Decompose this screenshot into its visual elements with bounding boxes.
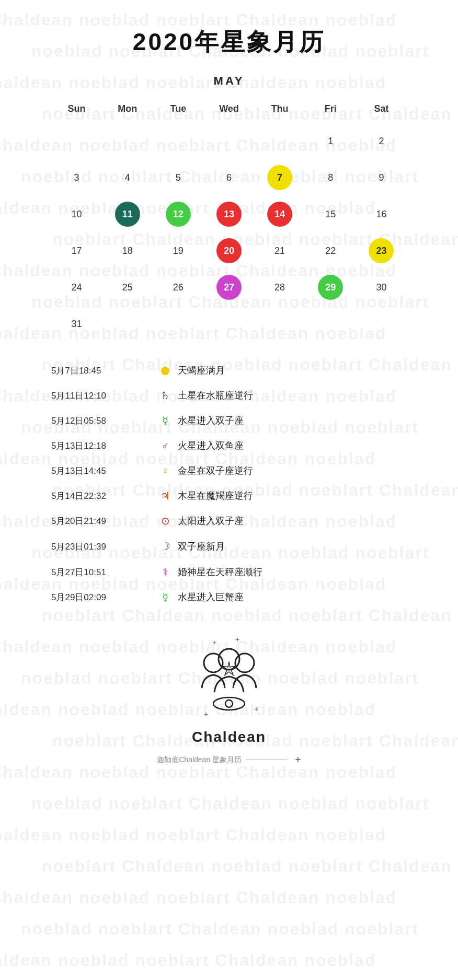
event-date: 5月7日18:45	[51, 365, 156, 377]
calendar-day-highlighted: 7	[267, 165, 292, 190]
day-cell: 27	[203, 269, 254, 306]
logo-section: + + + + Chaldean 迦勒底Chaldean 星象月历 +	[157, 631, 301, 766]
day-cell: 26	[153, 269, 203, 306]
event-date: 5月20日21:49	[51, 515, 156, 527]
logo-name: Chaldean	[192, 729, 266, 745]
day-cell: 28	[255, 269, 305, 306]
calendar-day: 15	[318, 202, 343, 227]
event-row: 5月29日02:09☿水星进入巨蟹座	[51, 585, 407, 610]
calendar-header-mon: Mon	[102, 98, 153, 123]
calendar-day-highlighted: 27	[216, 275, 242, 300]
calendar-day: 4	[115, 165, 140, 190]
event-date: 5月12日05:58	[51, 415, 156, 427]
calendar-header-tue: Tue	[153, 98, 203, 123]
calendar-day: 21	[267, 238, 292, 263]
footer-cross-icon: +	[295, 754, 301, 766]
calendar-day-highlighted: 11	[115, 202, 140, 227]
event-icon: ♀	[156, 465, 175, 477]
footer-line: 迦勒底Chaldean 星象月历 +	[157, 754, 301, 766]
day-cell: 13	[203, 196, 254, 232]
calendar-day: 6	[216, 165, 242, 190]
calendar-day-highlighted: 23	[369, 238, 394, 263]
event-row: 5月13日14:45♀金星在双子座逆行	[51, 458, 407, 483]
day-cell: 30	[356, 269, 407, 306]
month-label: MAY	[214, 74, 245, 88]
event-row: 5月23日01:39☽双子座新月	[51, 533, 407, 559]
calendar-day-highlighted: 13	[216, 202, 242, 227]
event-icon: ⊙	[156, 515, 175, 527]
calendar-day-highlighted: 29	[318, 275, 343, 300]
event-icon: ☽	[156, 540, 175, 553]
event-date: 5月13日14:45	[51, 465, 156, 477]
day-cell	[153, 306, 203, 342]
day-cell: 24	[51, 269, 102, 306]
svg-text:+: +	[204, 710, 208, 718]
event-desc: 火星进入双鱼座	[178, 439, 244, 452]
calendar-header-sat: Sat	[356, 98, 407, 123]
day-cell: 29	[305, 269, 356, 306]
day-cell: 20	[203, 232, 254, 269]
calendar-day: 9	[369, 165, 394, 190]
day-cell: 16	[356, 196, 407, 232]
calendar-day: 18	[115, 238, 140, 263]
event-icon: ♂	[156, 440, 175, 452]
calendar-grid: SunMonTueWedThuFriSat1234567891011121314…	[51, 98, 407, 342]
day-cell: 1	[305, 123, 356, 159]
event-row: 5月14日22:32♃木星在魔羯座逆行	[51, 483, 407, 508]
day-cell: 8	[305, 159, 356, 196]
event-icon: ☿	[156, 414, 175, 427]
day-cell: 15	[305, 196, 356, 232]
page-title: 2020年星象月历	[133, 26, 325, 59]
day-cell: 18	[102, 232, 153, 269]
day-cell: 21	[255, 232, 305, 269]
calendar-day: 1	[318, 129, 343, 154]
day-cell	[356, 306, 407, 342]
day-cell: 7	[255, 159, 305, 196]
calendar-day: 8	[318, 165, 343, 190]
event-desc: 双子座新月	[178, 540, 225, 553]
svg-point-4	[225, 700, 233, 707]
event-list: 5月7日18:45天蝎座满月5月11日12:10♄土星在水瓶座逆行5月12日05…	[51, 358, 407, 610]
event-date: 5月13日12:18	[51, 440, 156, 452]
calendar-day-highlighted: 14	[267, 202, 292, 227]
event-desc: 天蝎座满月	[178, 364, 225, 377]
day-cell	[255, 306, 305, 342]
calendar-day: 3	[64, 165, 89, 190]
calendar-day: 31	[64, 311, 89, 336]
event-desc: 婚神星在天秤座顺行	[178, 566, 262, 578]
svg-text:+: +	[235, 635, 239, 644]
event-row: 5月27日10:51⚕婚神星在天秤座顺行	[51, 559, 407, 585]
calendar-header-wed: Wed	[203, 98, 254, 123]
calendar-day: 22	[318, 238, 343, 263]
calendar-header-thu: Thu	[255, 98, 305, 123]
calendar-day: 2	[369, 129, 394, 154]
day-cell	[153, 123, 203, 159]
calendar-header-fri: Fri	[305, 98, 356, 123]
day-cell: 2	[356, 123, 407, 159]
day-cell: 17	[51, 232, 102, 269]
calendar-day: 24	[64, 275, 89, 300]
event-date: 5月11日12:10	[51, 390, 156, 402]
event-icon: ⚕	[156, 566, 175, 578]
day-cell: 6	[203, 159, 254, 196]
svg-text:+: +	[254, 705, 258, 713]
day-cell: 3	[51, 159, 102, 196]
footer-divider	[246, 760, 288, 760]
day-cell	[102, 123, 153, 159]
event-icon	[156, 365, 175, 377]
event-desc: 水星进入双子座	[178, 414, 244, 427]
event-desc: 太阳进入双子座	[178, 515, 244, 527]
svg-point-3	[213, 697, 245, 710]
calendar-day-highlighted: 20	[216, 238, 242, 263]
event-row: 5月7日18:45天蝎座满月	[51, 358, 407, 383]
day-cell: 22	[305, 232, 356, 269]
event-date: 5月27日10:51	[51, 566, 156, 578]
event-desc: 水星进入巨蟹座	[178, 591, 244, 603]
calendar-day: 17	[64, 238, 89, 263]
day-cell: 4	[102, 159, 153, 196]
calendar-day-highlighted: 12	[166, 202, 191, 227]
day-cell	[51, 123, 102, 159]
event-row: 5月13日12:18♂火星进入双鱼座	[51, 433, 407, 458]
day-cell	[102, 306, 153, 342]
calendar-header-sun: Sun	[51, 98, 102, 123]
